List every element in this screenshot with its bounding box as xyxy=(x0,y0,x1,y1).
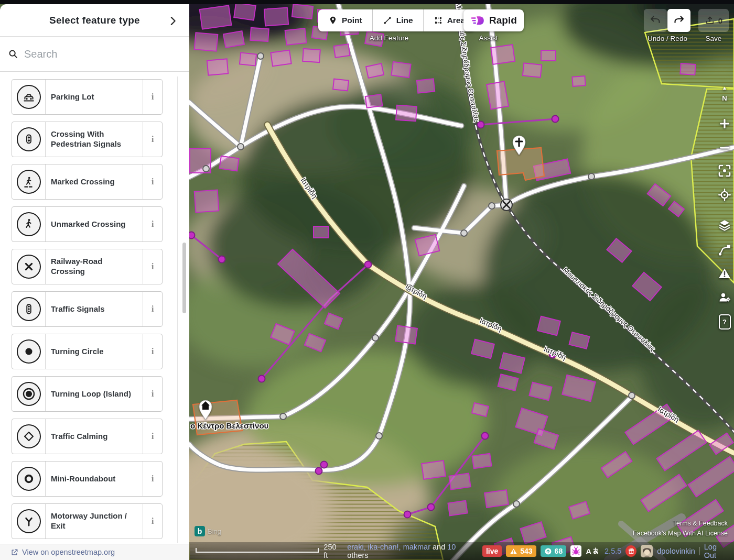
save-count-badge: 0 xyxy=(718,16,722,25)
bug-icon xyxy=(571,546,580,556)
hiragana-a-icon xyxy=(592,547,600,555)
map-scale-bar xyxy=(196,548,319,553)
feature-label: Turning Circle xyxy=(46,334,143,369)
car-icon xyxy=(17,85,41,109)
feature-type-item[interactable]: Marked Crossing i xyxy=(12,164,163,200)
live-mode-badge[interactable]: live xyxy=(482,545,502,557)
background-layers-button[interactable] xyxy=(715,216,734,235)
undo-button[interactable] xyxy=(644,9,667,32)
feature-type-item[interactable]: Railway-Road Crossing i xyxy=(12,249,163,284)
panel-edge-divider xyxy=(177,76,178,543)
feature-type-item[interactable]: Parking Lot i xyxy=(12,79,163,115)
feature-type-item[interactable]: Motorway Junction / Exit i xyxy=(12,503,163,539)
locale-switcher-button[interactable]: A xyxy=(586,547,600,556)
feature-type-item[interactable]: Crossing With Pedestrian Signals i xyxy=(12,122,163,157)
map-legal-links: Terms & Feedback Facebook's Map With AI … xyxy=(633,519,728,539)
map-data-button[interactable] xyxy=(715,240,734,259)
info-button[interactable]: i xyxy=(143,419,162,454)
feature-type-item[interactable]: Turning Circle i xyxy=(12,334,163,369)
warning-icon xyxy=(510,547,517,555)
editor-link[interactable]: eraki xyxy=(347,543,363,551)
mini-roundabout-icon xyxy=(17,467,41,491)
info-button[interactable]: i xyxy=(143,207,162,241)
chevron-right-icon xyxy=(167,15,179,27)
feature-type-item[interactable]: Unmarked Crossing i xyxy=(12,206,163,242)
uploads-count-badge[interactable]: 68 xyxy=(541,545,567,557)
page-title: Select feature type xyxy=(49,15,140,26)
recent-editors: eraki, ika-chan!, makmar and 10 others xyxy=(347,543,478,559)
pedestrian-icon xyxy=(17,212,41,236)
user-settings-icon xyxy=(717,290,732,305)
zoom-out-button[interactable] xyxy=(715,138,734,157)
editor-link[interactable]: ika-chan! xyxy=(368,543,399,551)
feature-label: Motorway Junction / Exit xyxy=(46,504,143,539)
avatar[interactable] xyxy=(641,545,653,557)
issues-button[interactable] xyxy=(715,264,734,283)
feature-label: Traffic Signals xyxy=(46,292,143,326)
feature-label: Railway-Road Crossing xyxy=(46,249,143,284)
feature-label: Crossing With Pedestrian Signals xyxy=(46,122,143,157)
warning-triangle-icon xyxy=(717,266,732,281)
scrollbar-thumb[interactable] xyxy=(182,243,186,313)
feature-type-item[interactable]: Mini-Roundabout i xyxy=(12,461,163,497)
motorway-junction-icon xyxy=(17,509,41,533)
bing-attribution: b Bing xyxy=(195,526,221,536)
info-button[interactable]: i xyxy=(143,122,162,157)
info-button[interactable]: i xyxy=(143,462,162,496)
map-data-icon xyxy=(717,243,732,257)
add-point-button[interactable]: Point xyxy=(318,9,372,31)
turning-loop-icon xyxy=(17,382,41,406)
geolocate-button[interactable] xyxy=(715,185,734,204)
line-icon xyxy=(383,16,392,25)
search-input[interactable] xyxy=(24,48,155,60)
feature-type-item[interactable]: Traffic Signals i xyxy=(12,291,163,327)
scale-label: 250 ft xyxy=(323,543,342,559)
pedestrian-signal-icon xyxy=(17,127,41,151)
version-link[interactable]: 2.5.5 xyxy=(605,547,621,555)
info-button[interactable]: i xyxy=(143,377,162,411)
info-button[interactable]: i xyxy=(143,80,162,114)
feature-label: Mini-Roundabout xyxy=(46,462,143,496)
save-button[interactable]: 0 xyxy=(698,9,729,32)
feature-type-list: Parking Lot i Crossing With Pedestrian S… xyxy=(0,72,189,539)
info-button[interactable]: i xyxy=(143,334,162,369)
feature-type-item[interactable]: Turning Loop (Island) i xyxy=(12,376,163,412)
help-button[interactable]: ? xyxy=(715,312,734,331)
rapid-features-button[interactable]: Rapid xyxy=(463,9,524,31)
search-icon xyxy=(7,48,19,60)
license-link[interactable]: Facebook's Map With AI License xyxy=(633,529,728,539)
collapse-panel-button[interactable] xyxy=(166,14,180,28)
marked-crossing-icon xyxy=(17,170,41,194)
search-bar xyxy=(0,37,189,72)
feature-type-item[interactable]: Traffic Calming i xyxy=(12,419,163,454)
point-pin-icon xyxy=(328,16,338,25)
logout-link[interactable]: Log Out xyxy=(704,543,730,559)
external-link-icon xyxy=(10,548,18,556)
assist-caption: Assist xyxy=(463,34,513,42)
area-icon xyxy=(434,16,443,25)
preferences-button[interactable] xyxy=(715,288,734,307)
username-link[interactable]: dpolovinkin xyxy=(657,547,695,555)
more-editors-link[interactable]: 10 xyxy=(447,543,456,551)
zoom-to-selection-button[interactable] xyxy=(715,161,734,180)
minus-icon xyxy=(718,141,731,155)
issues-count-badge[interactable]: 543 xyxy=(506,545,536,557)
footer-link-label: View on openstreetmap.org xyxy=(22,548,115,556)
info-button[interactable]: i xyxy=(143,164,162,199)
undo-redo-caption: Undo / Redo xyxy=(644,35,691,42)
info-button[interactable]: i xyxy=(143,292,162,326)
upload-circle-icon xyxy=(544,547,552,555)
add-line-button[interactable]: Line xyxy=(372,9,423,31)
editor-link[interactable]: makmar xyxy=(403,543,430,551)
redo-button[interactable] xyxy=(667,9,690,32)
terms-feedback-link[interactable]: Terms & Feedback xyxy=(633,519,728,529)
view-on-osm-link[interactable]: View on openstreetmap.org xyxy=(0,544,189,560)
layers-icon xyxy=(717,218,732,233)
whats-new-button[interactable] xyxy=(625,545,636,557)
report-bug-button[interactable] xyxy=(570,545,581,557)
zoom-in-button[interactable] xyxy=(715,114,734,133)
frame-focus-icon xyxy=(717,163,732,178)
north-compass-button[interactable]: N xyxy=(715,84,734,103)
info-button[interactable]: i xyxy=(143,504,162,539)
info-button[interactable]: i xyxy=(143,249,162,284)
